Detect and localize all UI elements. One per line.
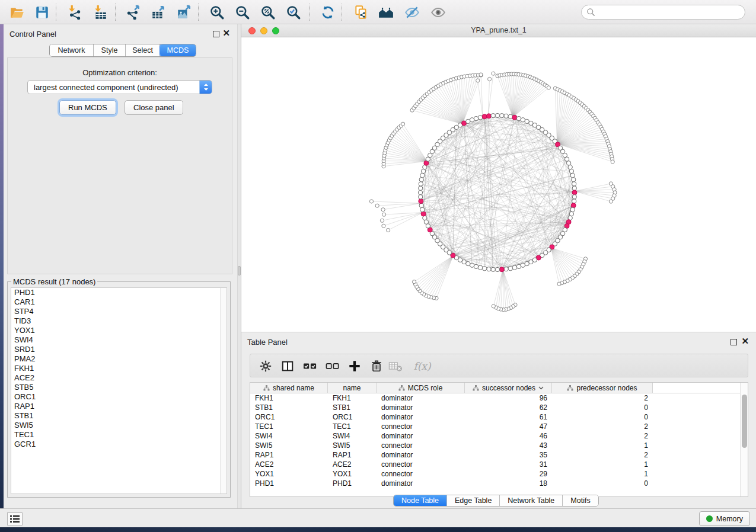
tab-style[interactable]: Style bbox=[94, 44, 126, 56]
mcds-result-item[interactable]: YOX1 bbox=[11, 326, 227, 335]
mcds-result-item[interactable]: FKH1 bbox=[11, 364, 227, 373]
zoom-out-icon[interactable] bbox=[231, 2, 254, 22]
tab-select[interactable]: Select bbox=[126, 44, 160, 56]
add-column-icon[interactable] bbox=[346, 358, 363, 374]
close-panel-icon[interactable]: ✕ bbox=[741, 335, 749, 347]
mcds-result-item[interactable]: ACE2 bbox=[11, 373, 227, 383]
hide-selected-icon[interactable] bbox=[401, 2, 423, 22]
task-history-button[interactable] bbox=[7, 512, 23, 525]
network-graph[interactable] bbox=[241, 37, 756, 332]
delete-column-trash-icon[interactable] bbox=[368, 358, 385, 374]
tab-edge-table[interactable]: Edge Table bbox=[447, 495, 500, 506]
mcds-list-scrollbar[interactable] bbox=[220, 288, 227, 493]
table-toolbar: f(x) bbox=[250, 354, 748, 377]
save-session-icon[interactable] bbox=[31, 2, 53, 22]
first-neighbors-icon[interactable] bbox=[375, 2, 397, 22]
tab-motifs[interactable]: Motifs bbox=[563, 495, 598, 506]
panel-splitter[interactable] bbox=[237, 24, 241, 508]
table-cell: dominator bbox=[377, 431, 465, 441]
refresh-icon[interactable] bbox=[317, 2, 339, 22]
close-panel-icon[interactable]: ✕ bbox=[222, 27, 230, 39]
tab-node-table[interactable]: Node Table bbox=[394, 495, 447, 506]
table-cell: STB1 bbox=[328, 403, 377, 412]
sort-desc-icon bbox=[538, 386, 544, 390]
mcds-result-item[interactable]: TID3 bbox=[11, 316, 227, 326]
mcds-result-item[interactable]: PMA2 bbox=[11, 354, 227, 364]
close-panel-button[interactable]: Close panel bbox=[125, 100, 183, 115]
float-panel-icon[interactable] bbox=[213, 31, 219, 37]
delete-table-icon[interactable] bbox=[387, 358, 404, 374]
table-row[interactable]: FKH1FKH1dominator962 bbox=[250, 393, 748, 403]
column-header-predecessor-nodes[interactable]: predecessor nodes bbox=[552, 383, 653, 393]
table-cell: 0 bbox=[552, 479, 653, 488]
control-panel: Control Panel ✕ Network Style Select MCD… bbox=[4, 24, 237, 508]
table-cell: SWI5 bbox=[250, 441, 328, 450]
table-row[interactable]: PHD1PHD1dominator180 bbox=[250, 479, 748, 488]
function-builder-icon[interactable]: f(x) bbox=[409, 358, 435, 374]
search-input[interactable] bbox=[598, 8, 740, 17]
deselect-all-icon[interactable] bbox=[324, 358, 341, 374]
import-network-icon[interactable] bbox=[63, 2, 85, 22]
mcds-result-list[interactable]: PHD1CAR1STP4TID3YOX1SWI4SRD1PMA2FKH1ACE2… bbox=[11, 287, 227, 494]
mcds-result-item[interactable]: STP4 bbox=[11, 307, 227, 316]
column-header-name[interactable]: name bbox=[328, 383, 377, 393]
import-table-icon[interactable] bbox=[89, 2, 111, 22]
show-columns-icon[interactable] bbox=[279, 358, 296, 374]
mcds-result-item[interactable]: GCR1 bbox=[11, 440, 227, 449]
column-header-successor-nodes[interactable]: successor nodes bbox=[465, 383, 552, 393]
export-network-icon[interactable] bbox=[122, 2, 145, 22]
open-file-icon[interactable] bbox=[6, 2, 28, 22]
select-stepper-icon bbox=[199, 81, 212, 94]
mcds-result-item[interactable]: SRD1 bbox=[11, 345, 227, 354]
table-row[interactable]: ORC1ORC1dominator610 bbox=[250, 412, 748, 422]
table-cell: 61 bbox=[465, 412, 552, 422]
table-cell: 35 bbox=[465, 450, 552, 460]
mcds-result-item[interactable]: SWI5 bbox=[11, 421, 227, 430]
run-mcds-button[interactable]: Run MCDS bbox=[59, 100, 116, 115]
table-row[interactable]: YOX1YOX1connector291 bbox=[250, 469, 748, 479]
float-panel-icon[interactable] bbox=[731, 339, 737, 345]
zoom-selected-icon[interactable] bbox=[282, 2, 305, 22]
tab-network[interactable]: Network bbox=[50, 44, 94, 56]
table-row[interactable]: TEC1TEC1connector472 bbox=[250, 422, 748, 431]
mcds-result-item[interactable]: STB5 bbox=[11, 383, 227, 392]
mcds-result-item[interactable]: TEC1 bbox=[11, 430, 227, 440]
table-panel-title: Table Panel bbox=[247, 338, 288, 347]
splitter-grip-icon[interactable] bbox=[238, 266, 241, 275]
select-all-icon[interactable] bbox=[302, 358, 318, 374]
network-window-title: YPA_prune.txt_1 bbox=[241, 26, 756, 34]
mcds-result-item[interactable]: SWI4 bbox=[11, 335, 227, 345]
table-settings-gear-icon[interactable] bbox=[257, 358, 274, 374]
mcds-result-item[interactable]: RAP1 bbox=[11, 402, 227, 411]
table-row[interactable]: SWI5SWI5connector431 bbox=[250, 441, 748, 450]
table-scrollbar[interactable] bbox=[740, 383, 748, 496]
network-window-titlebar[interactable]: YPA_prune.txt_1 bbox=[241, 24, 756, 37]
mcds-result-item[interactable]: STB1 bbox=[11, 411, 227, 421]
scrollbar-thumb[interactable] bbox=[742, 395, 747, 448]
optimization-criterion-select[interactable]: largest connected component (undirected) bbox=[27, 80, 212, 94]
table-row[interactable]: RAP1RAP1dominator352 bbox=[250, 450, 748, 460]
table-cell: 0 bbox=[552, 403, 653, 412]
zoom-in-icon[interactable] bbox=[206, 2, 228, 22]
show-all-icon[interactable] bbox=[427, 2, 449, 22]
table-cell: 62 bbox=[465, 403, 552, 412]
mcds-result-item[interactable]: PHD1 bbox=[11, 288, 227, 297]
mcds-result-item[interactable]: ORC1 bbox=[11, 392, 227, 402]
column-header-shared-name[interactable]: shared name bbox=[250, 383, 328, 393]
tab-mcds[interactable]: MCDS bbox=[160, 44, 196, 56]
memory-button[interactable]: Memory bbox=[699, 511, 750, 526]
copy-share-icon[interactable] bbox=[350, 2, 372, 22]
mcds-result-item[interactable]: CAR1 bbox=[11, 297, 227, 307]
tab-network-table[interactable]: Network Table bbox=[500, 495, 563, 506]
table-row[interactable]: STB1STB1dominator620 bbox=[250, 403, 748, 412]
table-row[interactable]: SWI4SWI4dominator462 bbox=[250, 431, 748, 441]
export-image-icon[interactable] bbox=[173, 2, 195, 22]
table-cell: ACE2 bbox=[328, 460, 377, 469]
export-table-icon[interactable] bbox=[147, 2, 170, 22]
table-cell: YOX1 bbox=[328, 469, 377, 479]
column-header-mcds-role[interactable]: MCDS role bbox=[377, 383, 465, 393]
search-field[interactable] bbox=[581, 5, 745, 20]
memory-status-icon bbox=[706, 515, 713, 522]
table-row[interactable]: ACE2ACE2connector311 bbox=[250, 460, 748, 469]
zoom-fit-icon[interactable] bbox=[257, 2, 279, 22]
